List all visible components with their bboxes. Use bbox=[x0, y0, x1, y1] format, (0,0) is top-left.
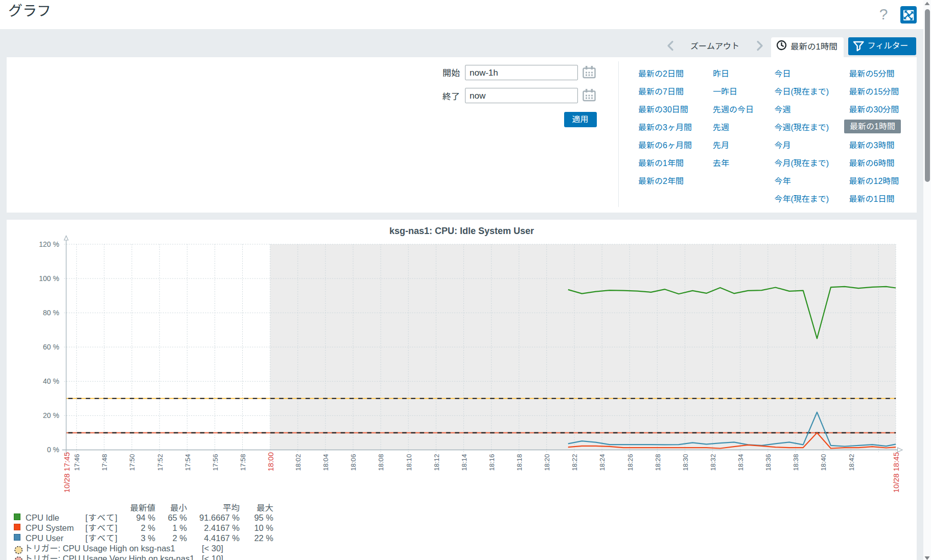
svg-text:17:48: 17:48 bbox=[101, 454, 108, 471]
svg-text:120 %: 120 % bbox=[39, 240, 59, 248]
svg-text:18:40: 18:40 bbox=[820, 454, 827, 471]
svg-text:18:38: 18:38 bbox=[792, 454, 800, 471]
svg-text:18:20: 18:20 bbox=[543, 454, 551, 471]
svg-text:18:24: 18:24 bbox=[598, 454, 606, 471]
svg-text:20 %: 20 % bbox=[43, 411, 59, 419]
svg-text:17:50: 17:50 bbox=[128, 454, 136, 471]
svg-text:18:28: 18:28 bbox=[654, 454, 662, 471]
svg-text:17:54: 17:54 bbox=[184, 454, 192, 471]
svg-text:18:18: 18:18 bbox=[516, 454, 523, 471]
svg-text:18:14: 18:14 bbox=[460, 454, 468, 471]
svg-text:18:00: 18:00 bbox=[266, 452, 275, 472]
svg-text:18:22: 18:22 bbox=[571, 454, 578, 471]
svg-text:80 %: 80 % bbox=[43, 309, 59, 317]
svg-text:17:46: 17:46 bbox=[73, 454, 81, 471]
svg-text:18:34: 18:34 bbox=[737, 454, 744, 471]
svg-text:60 %: 60 % bbox=[43, 343, 59, 351]
svg-text:10/28 18:45: 10/28 18:45 bbox=[892, 452, 900, 493]
svg-text:10/28 17:45: 10/28 17:45 bbox=[62, 452, 71, 493]
svg-text:18:12: 18:12 bbox=[433, 454, 440, 471]
svg-text:18:04: 18:04 bbox=[322, 454, 330, 471]
svg-text:18:36: 18:36 bbox=[764, 454, 772, 471]
svg-text:17:58: 17:58 bbox=[239, 454, 247, 471]
svg-text:18:16: 18:16 bbox=[488, 454, 496, 471]
svg-text:17:52: 17:52 bbox=[156, 454, 164, 471]
svg-text:18:30: 18:30 bbox=[682, 454, 689, 471]
svg-text:100 %: 100 % bbox=[39, 274, 59, 283]
svg-text:18:26: 18:26 bbox=[626, 454, 634, 471]
svg-text:40 %: 40 % bbox=[43, 377, 59, 385]
svg-text:18:32: 18:32 bbox=[709, 454, 717, 471]
svg-text:18:08: 18:08 bbox=[377, 454, 385, 471]
svg-text:18:42: 18:42 bbox=[848, 454, 855, 471]
svg-text:18:02: 18:02 bbox=[294, 454, 302, 471]
svg-text:17:56: 17:56 bbox=[212, 454, 219, 471]
svg-text:18:10: 18:10 bbox=[405, 454, 413, 471]
svg-text:18:06: 18:06 bbox=[350, 454, 357, 471]
svg-text:0 %: 0 % bbox=[47, 446, 59, 454]
